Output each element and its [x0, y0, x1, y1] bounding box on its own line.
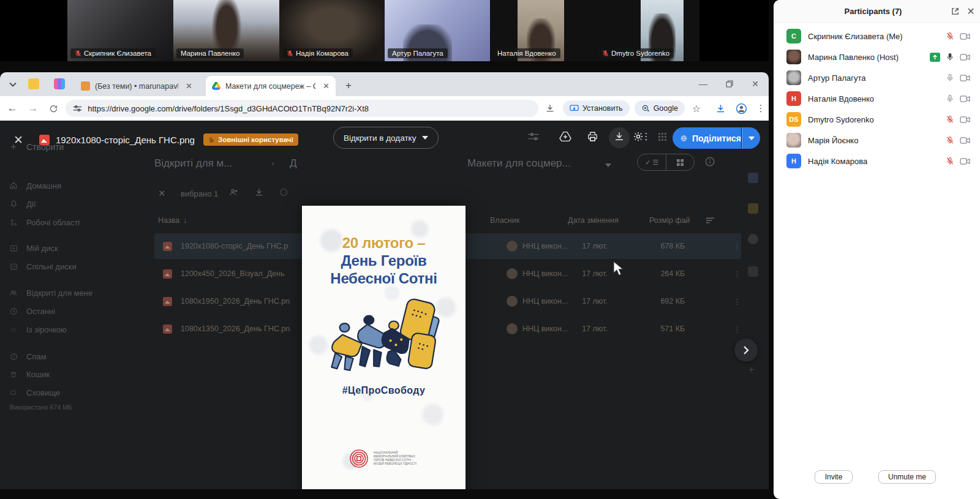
row-menu-icon[interactable]: ⋮	[733, 325, 741, 334]
sidebar-item-recent[interactable]: Останні	[9, 306, 55, 316]
side-plus-icon[interactable]: +	[748, 364, 754, 375]
downloads-active-icon[interactable]	[713, 100, 729, 116]
video-tile-active-speaker[interactable]: Марина Павленко	[173, 0, 279, 61]
muted-mic-icon[interactable]	[946, 136, 954, 144]
window-minimize-button[interactable]: —	[693, 75, 714, 93]
sidebar-item-workspaces[interactable]: Робочі області	[9, 217, 80, 227]
tab-close-icon[interactable]: ✕	[186, 81, 192, 91]
share-selected-icon[interactable]	[228, 187, 239, 200]
sidebar-item-activity[interactable]: Дії	[9, 199, 36, 209]
invite-button[interactable]: Invite	[815, 470, 853, 484]
video-tile[interactable]: Артур Палагута	[385, 0, 490, 61]
pinned-tab-keep-icon[interactable]	[28, 78, 39, 89]
sidebar-item-spam[interactable]: Спам	[9, 351, 47, 361]
google-lens-chip[interactable]: Google	[635, 100, 685, 116]
preview-more-icon[interactable]: ⋮	[642, 130, 650, 143]
clear-selection-icon[interactable]: ✕	[158, 188, 166, 199]
pinned-tab-icon[interactable]	[54, 78, 65, 89]
list-view-selected[interactable]: ✓ ☰	[638, 154, 666, 170]
column-header-owner[interactable]: Власник	[490, 216, 519, 225]
preview-download-icon[interactable]	[612, 130, 626, 143]
window-restore-button[interactable]	[719, 75, 740, 93]
sidebar-item-starred[interactable]: ☆ Із зірочкою	[9, 325, 67, 334]
video-tile[interactable]: Наталія Вдовенко	[490, 0, 595, 61]
sort-options-icon[interactable]	[706, 216, 715, 227]
preview-close-icon[interactable]: ✕	[13, 133, 23, 147]
muted-mic-icon[interactable]	[946, 32, 954, 40]
tab-close-icon[interactable]: ✕	[323, 81, 330, 91]
camera-icon[interactable]	[960, 32, 970, 40]
column-header-modified[interactable]: Дата змінення	[568, 216, 619, 225]
mic-icon[interactable]	[946, 94, 954, 103]
keep-side-icon[interactable]	[748, 203, 758, 214]
tasks-side-icon[interactable]	[748, 234, 758, 244]
next-file-button[interactable]	[734, 339, 758, 362]
download-icon[interactable]	[542, 100, 558, 116]
sidebar-item-home[interactable]: Домашня	[9, 181, 61, 190]
breadcrumb-current-folder[interactable]: Макети для соцмер...	[467, 157, 571, 170]
camera-icon[interactable]	[960, 137, 970, 144]
browser-menu-icon[interactable]: ⋮	[753, 100, 769, 116]
muted-mic-icon[interactable]	[946, 157, 954, 165]
row-menu-icon[interactable]: ⋮	[733, 242, 741, 251]
sidebar-item-my-drive[interactable]: Мій диск	[9, 243, 58, 253]
unmute-me-button[interactable]: Unmute me	[878, 470, 936, 484]
sidebar-item-trash[interactable]: Кошик	[9, 369, 50, 379]
mic-icon[interactable]	[946, 73, 954, 82]
download-selected-icon[interactable]	[254, 187, 264, 200]
calendar-side-icon[interactable]	[748, 173, 758, 183]
breadcrumb-root[interactable]: Відкриті для м...	[154, 157, 232, 170]
popout-icon[interactable]	[948, 4, 962, 18]
address-bar[interactable]: https://drive.google.com/drive/folders/1…	[66, 100, 538, 117]
link-selected-icon[interactable]	[279, 187, 288, 200]
participant-row[interactable]: Марина Павленко (Host)	[774, 47, 980, 67]
video-tile[interactable]: Скрипник Єлизавета	[67, 0, 173, 61]
new-tab-button[interactable]: +	[341, 78, 356, 94]
sidebar-item-shared-with-me[interactable]: Відкриті для мене	[9, 288, 92, 298]
back-button[interactable]: ←	[4, 100, 21, 117]
row-menu-icon[interactable]: ⋮	[733, 297, 741, 306]
mic-icon[interactable]	[946, 53, 954, 61]
reload-button[interactable]	[45, 100, 62, 117]
sidebar-item-storage[interactable]: Сховище	[9, 388, 60, 397]
grid-view-button[interactable]	[666, 154, 695, 170]
window-close-button[interactable]: ✕	[745, 75, 766, 93]
tab-google-drive-active[interactable]: Макети для соцмереж – Goog ✕	[206, 76, 336, 96]
apps-grid-icon[interactable]	[655, 130, 669, 143]
video-tile[interactable]: Dmytro Sydorenko	[595, 0, 699, 61]
sidebar-item-shared-drives[interactable]: Спільні диски	[9, 261, 77, 271]
close-panel-icon[interactable]: ✕	[964, 4, 978, 18]
video-tile[interactable]: Надія Комарова	[279, 0, 385, 61]
profile-avatar-icon[interactable]	[733, 100, 749, 116]
camera-icon[interactable]	[960, 116, 970, 124]
install-app-chip[interactable]: Установить	[563, 100, 630, 116]
camera-icon[interactable]	[960, 53, 970, 61]
poster-preview-image[interactable]: 20 лютого – День Героїв Небесної Сотні	[302, 206, 466, 489]
participant-row[interactable]: C Скрипник Єлизавета (Me)	[774, 26, 980, 47]
row-menu-icon[interactable]: ⋮	[733, 269, 741, 279]
view-toggle[interactable]: ✓ ☰	[637, 154, 695, 171]
print-icon[interactable]	[586, 130, 599, 143]
camera-icon[interactable]	[960, 157, 970, 165]
column-header-name[interactable]: Назва↓	[158, 216, 187, 225]
muted-mic-icon[interactable]	[946, 115, 954, 124]
site-info-icon[interactable]	[73, 105, 82, 113]
camera-icon[interactable]	[960, 95, 970, 103]
share-button[interactable]: Поділитися	[673, 127, 741, 149]
forward-button[interactable]: →	[24, 100, 42, 117]
tab-gmail-compose[interactable]: (Без теми) • marunapavlenko@ ✕	[75, 76, 198, 96]
info-icon[interactable]	[704, 156, 715, 170]
participant-row[interactable]: Артур Палагута	[774, 67, 980, 88]
camera-icon[interactable]	[960, 74, 970, 82]
bookmark-star-icon[interactable]: ☆	[688, 100, 704, 116]
breadcrumb-mid[interactable]: Д	[290, 157, 297, 170]
open-in-app-button[interactable]: Відкрити в додатку	[333, 127, 439, 149]
contacts-side-icon[interactable]	[748, 266, 758, 277]
participant-row[interactable]: H Надія Комарова	[774, 151, 980, 171]
column-header-size[interactable]: Розмір фай	[649, 216, 690, 225]
participant-row[interactable]: H Наталія Вдовенко	[774, 88, 980, 109]
folder-menu-caret-icon[interactable]	[605, 163, 611, 167]
add-to-drive-icon[interactable]	[559, 130, 572, 143]
tab-search-chevron-icon[interactable]	[5, 77, 21, 92]
participant-row[interactable]: DS Dmytro Sydorenko	[774, 109, 980, 130]
